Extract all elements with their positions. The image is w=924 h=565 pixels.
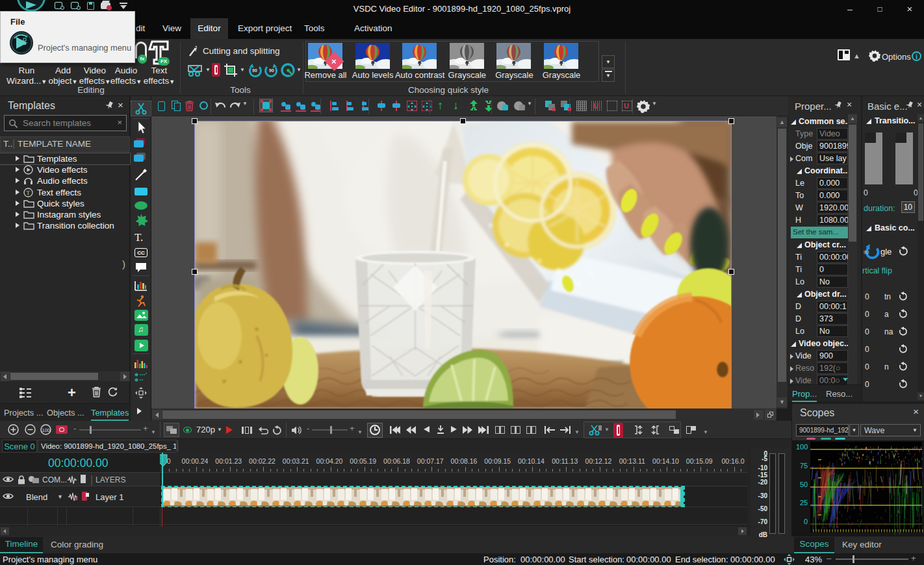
svg-text:T: T [27, 190, 31, 196]
svg-text:90: 90 [864, 249, 869, 255]
svg-text:90: 90 [269, 68, 274, 73]
svg-text:100: 100 [42, 427, 51, 433]
svg-text:90: 90 [252, 68, 257, 73]
